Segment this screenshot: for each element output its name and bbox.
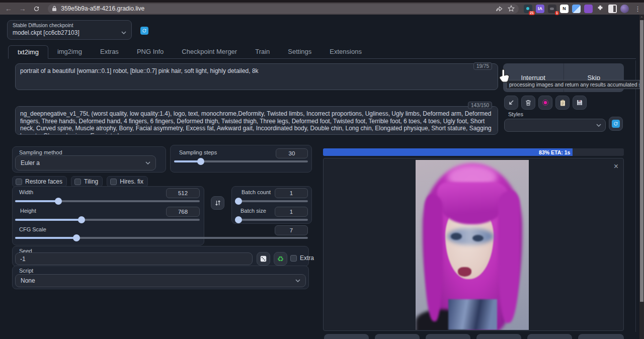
cfg-scale-value[interactable]: 7 bbox=[275, 225, 308, 235]
chevron-down-icon bbox=[121, 31, 126, 34]
chevron-down-icon bbox=[295, 279, 300, 282]
portrait-hair-strand bbox=[498, 191, 520, 323]
browser-menu-icon[interactable]: ⋮ bbox=[634, 5, 641, 13]
height-slider[interactable] bbox=[15, 219, 200, 221]
hires-fix-checkbox[interactable]: Hires. fix bbox=[107, 176, 148, 187]
extension-icon-onenote[interactable] bbox=[584, 5, 593, 13]
checkbox-box[interactable] bbox=[110, 179, 117, 185]
random-seed-icon[interactable] bbox=[257, 252, 270, 266]
prompt-input[interactable]: portrait of a beautiful [woman::0.1] rob… bbox=[15, 63, 498, 90]
extra-networks-icon[interactable] bbox=[538, 96, 552, 110]
batch-count-slider[interactable] bbox=[235, 200, 308, 202]
share-icon[interactable] bbox=[496, 6, 503, 12]
tab-img2img[interactable]: img2img bbox=[48, 45, 91, 59]
extension-badge: 21 bbox=[529, 11, 535, 15]
portrait-robot-collar bbox=[448, 299, 497, 330]
main-tabbar: txt2img img2img Extras PNG Info Checkpoi… bbox=[8, 45, 636, 59]
height-value[interactable]: 768 bbox=[166, 207, 200, 217]
extension-icon-ia[interactable]: IA bbox=[536, 5, 544, 13]
checkpoint-value: model.ckpt [cc6cb27103] bbox=[13, 29, 79, 36]
checkpoint-label: Stable Diffusion checkpoint bbox=[13, 23, 126, 28]
tab-png-info[interactable]: PNG Info bbox=[128, 45, 173, 59]
paste-params-icon[interactable] bbox=[504, 96, 518, 110]
cfg-scale-label: CFG Scale bbox=[19, 226, 46, 232]
portrait-eye bbox=[451, 233, 462, 240]
styles-dropdown[interactable] bbox=[504, 119, 606, 132]
checkpoint-selector[interactable]: Stable Diffusion checkpoint model.ckpt [… bbox=[7, 20, 132, 40]
seed-input[interactable] bbox=[15, 252, 253, 265]
gallery-action-button-5[interactable] bbox=[527, 334, 572, 339]
gallery-action-button-3[interactable] bbox=[426, 334, 470, 339]
chevron-down-icon bbox=[145, 161, 150, 164]
sampling-method-label: Sampling method bbox=[19, 149, 62, 155]
generated-image[interactable] bbox=[416, 160, 529, 330]
batch-size-label: Batch size bbox=[240, 208, 266, 214]
batch-size-value[interactable]: 1 bbox=[275, 207, 308, 217]
gallery-action-button-4[interactable] bbox=[476, 334, 521, 339]
checkbox-box[interactable] bbox=[290, 255, 297, 262]
prompt-token-counter: 19/75 bbox=[473, 62, 492, 70]
width-label: Width bbox=[19, 189, 33, 195]
script-label: Script bbox=[19, 268, 33, 274]
forward-icon[interactable]: → bbox=[17, 4, 28, 13]
portrait-hair-strand bbox=[425, 194, 443, 322]
negative-prompt-input[interactable]: ng_deepnegative_v1_75t, (worst quality, … bbox=[15, 106, 498, 135]
portrait-lips bbox=[458, 267, 471, 277]
scrollbar-thumb[interactable] bbox=[640, 20, 643, 302]
mouse-cursor bbox=[499, 68, 512, 84]
width-value[interactable]: 512 bbox=[166, 188, 200, 198]
extra-seed-checkbox[interactable]: Extra bbox=[290, 255, 314, 262]
batch-count-label: Batch count bbox=[242, 189, 271, 195]
trash-icon[interactable] bbox=[521, 96, 535, 110]
page-scrollbar[interactable]: ^ bbox=[639, 15, 644, 339]
lock-icon bbox=[52, 6, 57, 12]
gallery-action-button-2[interactable] bbox=[375, 334, 420, 339]
tab-extras[interactable]: Extras bbox=[91, 45, 128, 59]
batch-count-value[interactable]: 1 bbox=[275, 188, 308, 198]
address-bar[interactable]: 359e5b9a-a5ff-4216.gradio.live bbox=[48, 4, 519, 14]
styles-group: Styles bbox=[504, 111, 624, 132]
back-icon[interactable]: ← bbox=[3, 4, 14, 13]
width-slider[interactable] bbox=[15, 200, 200, 202]
app-window: ← → 359e5b9a-a5ff-4216.gradio.live 21 IA bbox=[0, 0, 644, 339]
sampling-steps-label: Sampling steps bbox=[179, 149, 217, 155]
bookmark-star-icon[interactable] bbox=[508, 5, 515, 12]
chevron-down-icon bbox=[596, 124, 601, 127]
apply-style-icon[interactable] bbox=[555, 96, 570, 110]
swap-dimensions-icon[interactable] bbox=[211, 196, 224, 210]
tab-extensions[interactable]: Extensions bbox=[320, 45, 371, 59]
portrait-eye bbox=[472, 235, 484, 242]
sampling-steps-slider[interactable] bbox=[174, 160, 308, 162]
tiling-checkbox[interactable]: Tiling bbox=[71, 176, 103, 187]
extension-icon-dark[interactable]: 1 bbox=[548, 5, 556, 13]
sampling-steps-value[interactable]: 30 bbox=[276, 148, 308, 158]
tab-settings[interactable]: Settings bbox=[279, 45, 320, 59]
puzzle-icon[interactable] bbox=[596, 5, 605, 13]
styles-refresh-button[interactable] bbox=[609, 117, 623, 131]
scrollbar-up-icon[interactable]: ^ bbox=[639, 15, 644, 20]
gallery-action-button-6[interactable] bbox=[578, 334, 624, 339]
checkpoint-refresh-button[interactable] bbox=[140, 27, 148, 35]
checkbox-box[interactable] bbox=[74, 179, 81, 185]
cfg-scale-slider[interactable] bbox=[15, 237, 308, 239]
tab-train[interactable]: Train bbox=[246, 45, 279, 59]
save-style-icon[interactable] bbox=[573, 96, 587, 110]
gallery-action-button-1[interactable] bbox=[324, 334, 369, 339]
extension-icon-photos[interactable] bbox=[572, 5, 581, 13]
extension-icon-teal[interactable]: 21 bbox=[524, 5, 532, 13]
script-dropdown[interactable]: None bbox=[15, 274, 306, 287]
sidepanel-icon[interactable] bbox=[608, 5, 617, 13]
reuse-seed-icon[interactable]: ♻ bbox=[274, 252, 287, 266]
batch-size-slider[interactable] bbox=[235, 219, 308, 221]
extension-icon-notion[interactable]: N bbox=[560, 5, 569, 13]
checkbox-box[interactable] bbox=[16, 179, 22, 185]
profile-avatar[interactable] bbox=[620, 5, 629, 13]
sampling-method-dropdown[interactable]: Euler a bbox=[15, 155, 156, 171]
close-icon[interactable]: × bbox=[614, 162, 618, 171]
tab-checkpoint-merger[interactable]: Checkpoint Merger bbox=[173, 45, 246, 59]
restore-faces-checkbox[interactable]: Restore faces bbox=[12, 176, 67, 187]
reload-icon[interactable] bbox=[31, 4, 42, 13]
height-label: Height bbox=[20, 208, 36, 214]
url-text[interactable]: 359e5b9a-a5ff-4216.gradio.live bbox=[61, 5, 491, 12]
tab-txt2img[interactable]: txt2img bbox=[8, 45, 48, 59]
